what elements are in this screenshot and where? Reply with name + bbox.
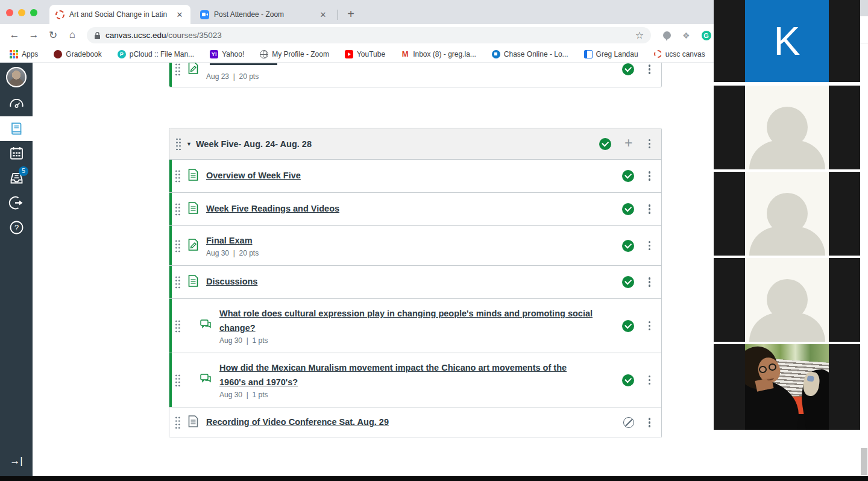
forward-button[interactable]: →: [24, 29, 43, 41]
item-title-link[interactable]: Final Exam: [206, 234, 622, 248]
close-tab-icon[interactable]: ✕: [318, 10, 328, 19]
bookmark-youtube[interactable]: YouTube: [345, 50, 385, 58]
item-title-link[interactable]: How did the Mexican Muralism movement im…: [219, 361, 622, 390]
nav-logout[interactable]: [0, 190, 33, 215]
published-check-icon[interactable]: [622, 320, 634, 332]
minimize-window-button[interactable]: [18, 9, 25, 16]
item-options-kebab[interactable]: [646, 170, 653, 182]
bookmark-apps[interactable]: Apps: [10, 50, 38, 58]
drag-handle[interactable]: [175, 203, 180, 216]
module-item-cutoff[interactable]: Aug 23 | 20 pts: [169, 63, 661, 87]
module-item-readings: Week Five Readings and Videos: [169, 193, 661, 226]
nav-help[interactable]: ?: [0, 215, 33, 240]
scrollbar-thumb[interactable]: [861, 448, 867, 475]
bookmark-gradebook[interactable]: Gradebook: [54, 50, 101, 58]
drag-handle[interactable]: [175, 416, 180, 429]
toolbar-extensions: ❖ G: [663, 27, 711, 43]
item-meta: Aug 30 | 1 pts: [219, 336, 622, 345]
video-tile-avatar[interactable]: [714, 258, 860, 342]
modules-page: Aug 23 | 20 pts ▼ Week Five- Aug. 24- Au…: [33, 63, 714, 476]
item-options-kebab[interactable]: [646, 374, 653, 386]
module-drag-handle[interactable]: [175, 137, 181, 151]
nav-courses[interactable]: [0, 116, 33, 141]
extension-icon[interactable]: [663, 31, 671, 39]
collapse-caret-icon[interactable]: ▼: [186, 141, 192, 147]
item-meta: Aug 30 | 20 pts: [206, 249, 622, 257]
address-bar[interactable]: canvas.ucsc.edu/courses/35023 ☆: [87, 27, 651, 43]
tab-title: Post Attendee - Zoom: [214, 10, 313, 19]
bookmark-star-icon[interactable]: ☆: [635, 30, 644, 41]
published-check-icon[interactable]: [622, 276, 634, 288]
bookmark-chase[interactable]: Chase Online - Lo...: [492, 50, 568, 58]
module-item-discussions: Discussions: [169, 266, 661, 299]
nav-dashboard[interactable]: [0, 92, 33, 116]
add-item-button[interactable]: +: [624, 135, 632, 151]
video-tile-initial[interactable]: K: [714, 0, 860, 82]
item-options-kebab[interactable]: [646, 417, 653, 429]
inbox-unread-badge: 5: [19, 166, 28, 176]
drag-handle[interactable]: [175, 239, 180, 253]
published-check-icon[interactable]: [622, 170, 634, 182]
video-tile-camera[interactable]: [714, 344, 860, 430]
published-check-icon[interactable]: [622, 374, 634, 386]
bookmark-yahoo[interactable]: Y! Yahoo!: [210, 50, 244, 58]
close-window-button[interactable]: [6, 9, 13, 16]
module-item-recording: Recording of Video Conference Sat. Aug. …: [169, 407, 661, 438]
drag-handle[interactable]: [175, 374, 180, 387]
pcloud-icon: P: [118, 50, 126, 58]
calendar-icon: [8, 145, 25, 162]
video-tile-avatar[interactable]: [714, 172, 860, 256]
zoom-favicon: [200, 10, 209, 19]
reload-button[interactable]: ↻: [43, 29, 63, 42]
published-check-icon[interactable]: [622, 240, 634, 252]
unpublished-ban-icon[interactable]: [623, 417, 634, 428]
participant-video: [745, 344, 829, 430]
item-title-link[interactable]: Discussions: [206, 275, 622, 289]
drag-handle[interactable]: [175, 275, 180, 289]
gmail-icon: M: [401, 50, 409, 58]
item-options-kebab[interactable]: [646, 63, 653, 75]
back-button[interactable]: ←: [5, 29, 24, 41]
module-item-discussion-muralism: How did the Mexican Muralism movement im…: [169, 353, 661, 407]
grammarly-extension-icon[interactable]: G: [702, 31, 711, 40]
bookmark-gmail-inbox[interactable]: M Inbox (8) - greg.la...: [401, 50, 476, 58]
bookmark-zoom-profile[interactable]: My Profile - Zoom: [260, 50, 329, 58]
nav-account[interactable]: [0, 63, 33, 92]
published-check-icon[interactable]: [622, 203, 634, 215]
bookmark-greg-landau[interactable]: Greg Landau: [584, 50, 638, 58]
home-button[interactable]: ⌂: [63, 29, 82, 41]
drag-handle[interactable]: [175, 319, 180, 333]
item-options-kebab[interactable]: [646, 276, 653, 288]
item-options-kebab[interactable]: [646, 203, 653, 215]
item-title-link[interactable]: Recording of Video Conference Sat. Aug. …: [206, 415, 623, 430]
module-header[interactable]: ▼ Week Five- Aug. 24- Aug. 28 +: [169, 128, 661, 160]
courses-book-icon: [8, 121, 25, 137]
collapse-nav-button[interactable]: →|: [0, 452, 33, 470]
drag-handle[interactable]: [175, 63, 180, 76]
new-tab-button[interactable]: +: [344, 7, 358, 21]
drag-handle[interactable]: [175, 169, 180, 183]
nav-inbox[interactable]: 5: [0, 166, 33, 190]
item-title-link[interactable]: What role does cultural expression play …: [219, 307, 622, 336]
dropbox-extension-icon[interactable]: ❖: [682, 31, 690, 40]
zoom-window-button[interactable]: [30, 9, 37, 16]
item-title-link[interactable]: Overview of Week Five: [206, 169, 622, 183]
close-tab-icon[interactable]: ✕: [175, 10, 184, 19]
bookmark-ucsc-canvas[interactable]: ucsc canvas: [654, 50, 705, 58]
item-options-kebab[interactable]: [646, 320, 653, 332]
module-title: Week Five- Aug. 24- Aug. 28: [196, 139, 312, 149]
tab-title: Art and Social Change in Latin: [69, 10, 170, 19]
published-check-icon[interactable]: [622, 63, 634, 75]
module-week-four: Aug 23 | 20 pts: [169, 63, 662, 87]
lms-global-nav: 5 ? →|: [0, 63, 33, 476]
window-controls: [6, 9, 37, 16]
tab-canvas-course[interactable]: Art and Social Change in Latin ✕: [49, 5, 190, 24]
bookmark-pcloud[interactable]: P pCloud :: File Man...: [118, 50, 194, 58]
video-tile-avatar[interactable]: [714, 86, 860, 169]
item-title-link[interactable]: Week Five Readings and Videos: [206, 202, 622, 216]
module-published-check-icon[interactable]: [599, 138, 611, 150]
tab-zoom[interactable]: Post Attendee - Zoom ✕: [194, 5, 334, 24]
nav-calendar[interactable]: [0, 141, 33, 166]
item-options-kebab[interactable]: [646, 240, 653, 252]
module-options-kebab[interactable]: [646, 138, 653, 150]
